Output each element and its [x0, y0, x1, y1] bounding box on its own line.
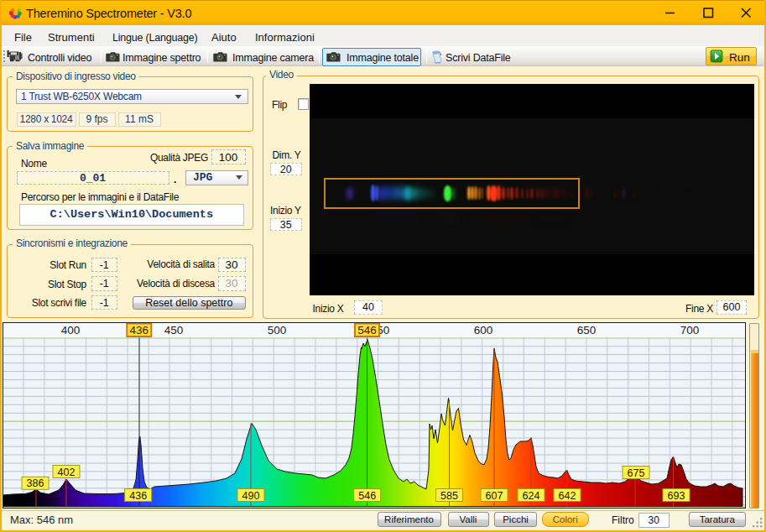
svg-text:402: 402 — [58, 467, 76, 478]
svg-text:650: 650 — [577, 324, 597, 336]
svg-text:607: 607 — [486, 490, 503, 502]
svg-text:386: 386 — [27, 477, 44, 489]
svg-text:500: 500 — [268, 324, 287, 336]
svg-text:693: 693 — [668, 490, 685, 502]
svg-text:400: 400 — [61, 324, 81, 336]
svg-text:585: 585 — [440, 490, 458, 502]
svg-text:642: 642 — [559, 490, 576, 502]
svg-text:675: 675 — [628, 467, 645, 479]
svg-text:624: 624 — [523, 490, 540, 502]
svg-text:700: 700 — [680, 324, 700, 336]
svg-text:546: 546 — [357, 324, 377, 336]
svg-text:450: 450 — [164, 324, 184, 336]
svg-text:600: 600 — [474, 324, 493, 336]
svg-text:436: 436 — [130, 324, 149, 336]
svg-text:546: 546 — [358, 490, 376, 502]
svg-text:436: 436 — [129, 490, 147, 502]
svg-text:490: 490 — [242, 490, 260, 502]
